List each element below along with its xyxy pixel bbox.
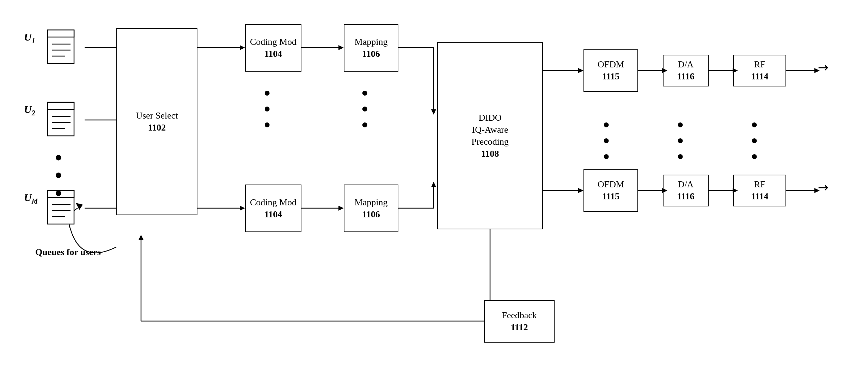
u1-label: U1 (24, 31, 35, 45)
da-1-block: D/A 1116 (663, 55, 709, 86)
feedback-number: 1112 (511, 321, 528, 333)
um-label: UM (24, 192, 38, 205)
rf-2-number: 1114 (751, 191, 768, 203)
ofdm-2-number: 1115 (602, 191, 619, 203)
coding-mod-2-block: Coding Mod 1104 (245, 185, 301, 232)
queues-label: Queues for users (35, 247, 101, 258)
ofdm-1-block: OFDM 1115 (583, 49, 638, 92)
dido-precoding-block: DIDOIQ-AwarePrecoding 1108 (437, 42, 543, 229)
coding-mod-1-label: Coding Mod (250, 36, 297, 48)
rf-1-number: 1114 (751, 71, 768, 83)
da-1-number: 1116 (677, 71, 694, 83)
user-dots: ●●● (55, 148, 62, 201)
da-2-block: D/A 1116 (663, 175, 709, 206)
svg-marker-13 (431, 109, 436, 115)
svg-marker-16 (431, 182, 436, 187)
mapping-1-number: 1106 (362, 48, 380, 60)
da-dots: ●●● (677, 116, 684, 164)
user-select-number: 1102 (148, 122, 166, 134)
u2-doc-icon (46, 101, 78, 139)
coding-mod-1-number: 1104 (264, 48, 282, 60)
svg-marker-6 (240, 206, 245, 211)
ofdm-2-label: OFDM (598, 179, 624, 191)
da-1-label: D/A (678, 59, 694, 71)
rf-1-label: RF (754, 59, 765, 71)
ofdm-2-block: OFDM 1115 (583, 169, 638, 212)
coding-mod-2-label: Coding Mod (250, 197, 297, 209)
feedback-block: Feedback 1112 (484, 300, 555, 343)
svg-marker-8 (338, 45, 344, 50)
mapping-1-block: Mapping 1106 (344, 24, 398, 72)
mapping-2-label: Mapping (355, 197, 388, 209)
coding-mod-1-block: Coding Mod 1104 (245, 24, 301, 72)
rf-2-label: RF (754, 179, 765, 191)
da-2-number: 1116 (677, 191, 694, 203)
u1-doc-icon (46, 28, 78, 67)
mapping-2-number: 1106 (362, 209, 380, 221)
rf-dots: ●●● (751, 116, 758, 164)
dido-label: DIDOIQ-AwarePrecoding (471, 112, 508, 147)
ofdm-dots: ●●● (603, 116, 610, 164)
u2-label: U2 (24, 103, 35, 117)
feedback-label: Feedback (502, 309, 537, 321)
coding-dots: ●●● (264, 85, 270, 132)
user-select-label: User Select (136, 110, 178, 122)
rf-1-block: RF 1114 (733, 55, 786, 86)
svg-rect-37 (48, 30, 74, 37)
mapping-dots: ●●● (361, 85, 368, 132)
user-select-block: User Select 1102 (116, 28, 197, 215)
ofdm-1-number: 1115 (602, 71, 619, 83)
ofdm-1-label: OFDM (598, 59, 624, 71)
diagram: U1 U2 UM ●●● User Select 1102 Coding Mod (0, 0, 868, 392)
svg-marker-20 (578, 188, 583, 193)
coding-mod-2-number: 1104 (264, 209, 282, 221)
svg-rect-42 (48, 102, 74, 109)
mapping-1-label: Mapping (355, 36, 388, 48)
mapping-2-block: Mapping 1106 (344, 185, 398, 232)
svg-marker-4 (240, 45, 245, 50)
dido-number: 1108 (481, 148, 499, 160)
rf-2-block: RF 1114 (733, 175, 786, 206)
svg-marker-10 (338, 206, 344, 211)
svg-marker-18 (578, 68, 583, 73)
svg-marker-31 (139, 235, 143, 240)
da-2-label: D/A (678, 179, 694, 191)
